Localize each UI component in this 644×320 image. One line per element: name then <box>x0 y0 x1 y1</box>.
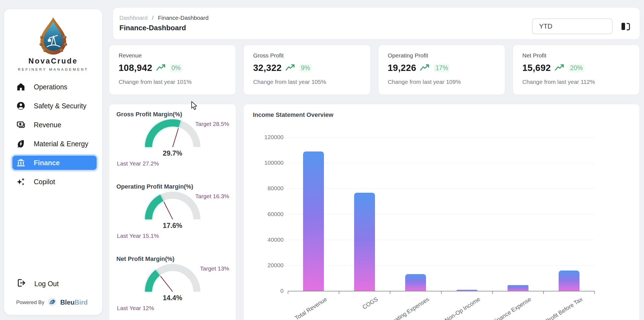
breadcrumb-current: Finance-Dashboard <box>158 15 208 21</box>
x-category-label: Net Profit Before Tax <box>536 296 584 320</box>
sidebar: NovaCrude REFINERY MANAGEMENT Operations… <box>4 9 102 315</box>
gridline <box>288 240 595 240</box>
gauge-needle <box>164 202 172 219</box>
kpi-trend-pct: 0% <box>170 64 182 72</box>
x-category-label: Finance Expense <box>492 296 533 320</box>
sidebar-item-label: Revenue <box>34 121 61 129</box>
sidebar-item-safety-security[interactable]: Safety & Security <box>12 99 97 113</box>
mouse-cursor <box>191 101 199 112</box>
sparkles-icon <box>16 177 26 187</box>
kpi-row: Revenue 108,942 0% Change from last year… <box>109 45 640 95</box>
gauge-operating-profit-margin: Operating Profit Margin(%) Target 16.3% … <box>109 179 236 248</box>
gauge-lastyear-label: Last Year 27.2% <box>117 160 159 167</box>
home-icon <box>16 82 26 92</box>
company-logo: NovaCrude REFINERY MANAGEMENT <box>4 9 102 71</box>
flip-compare-icon[interactable] <box>620 21 631 32</box>
kpi-label: Operating Profit <box>388 52 495 59</box>
gauge-value-label: 17.6% <box>109 222 236 230</box>
kpi-value: 19,226 <box>388 63 416 73</box>
x-tick <box>339 291 339 294</box>
gauge-gross-profit-margin: Gross Profit Margin(%) Target 28.5% 29.7… <box>109 106 236 176</box>
finance-dashboard-page: { "page": { "background": "#eff1f4" }, "… <box>0 0 644 320</box>
kpi-card-net-profit: Net Profit 15,692 20% Change from last y… <box>513 45 640 95</box>
kpi-card-gross-profit: Gross Profit 32,322 9% Change from last … <box>243 45 370 95</box>
y-tick-label: 100000 <box>252 159 284 166</box>
kpi-footnote: Change from last year 101% <box>119 79 226 85</box>
sidebar-item-operations[interactable]: Operations <box>12 80 97 94</box>
y-tick-label: 80000 <box>252 185 284 192</box>
kpi-value: 15,692 <box>522 63 551 73</box>
period-select[interactable]: YTD <box>532 18 613 34</box>
gauge-value-label: 14.4% <box>109 294 236 302</box>
sidebar-item-finance[interactable]: Finance <box>12 156 97 170</box>
y-tick-label: 60000 <box>252 211 284 217</box>
income-statement-panel: Income Statement Overview 02000040000600… <box>243 104 640 320</box>
breadcrumb-separator: / <box>152 15 154 21</box>
gauge-needle <box>160 276 172 292</box>
payments-icon <box>16 120 26 130</box>
trend-up-icon <box>555 64 565 72</box>
kpi-card-operating-profit: Operating Profit 19,226 17% Change from … <box>378 45 505 95</box>
kpi-label: Gross Profit <box>253 52 361 59</box>
gauge-value-arc <box>149 198 162 219</box>
x-tick <box>594 291 595 294</box>
y-tick-label: 20000 <box>252 262 284 269</box>
page-title: Finance-Dashboard <box>119 24 186 32</box>
logout-label: Log Out <box>34 280 59 288</box>
bar-finance-expense <box>508 285 528 291</box>
margin-gauges-panel: Gross Profit Margin(%) Target 28.5% 29.7… <box>109 104 236 320</box>
gauge-title: Net Profit Margin(%) <box>116 255 174 263</box>
gauge-needle <box>173 128 178 147</box>
person-circle-icon <box>16 101 26 111</box>
energy-leaf-icon <box>16 139 26 149</box>
x-category-label: Total Revenue <box>293 296 328 320</box>
sidebar-item-revenue[interactable]: Revenue <box>12 118 97 132</box>
gauge-value-arc <box>149 123 180 147</box>
bank-icon <box>16 158 26 168</box>
x-tick <box>441 291 442 294</box>
gridline <box>288 214 595 214</box>
kpi-footnote: Change from last year 112% <box>522 79 630 85</box>
kpi-label: Net Profit <box>522 52 630 59</box>
gridline <box>288 163 595 163</box>
gauge-title: Gross Profit Margin(%) <box>116 111 182 118</box>
sidebar-item-label: Material & Energy <box>34 140 88 148</box>
breadcrumb-dashboard-link[interactable]: Dashboard <box>119 15 148 21</box>
gridline <box>288 188 595 189</box>
sidebar-menu: Operations Safety & Security Revenue <box>4 80 102 189</box>
x-tick <box>390 291 390 294</box>
kpi-trend-pct: 20% <box>569 64 584 72</box>
income-statement-chart: 020000400006000080000100000120000Total R… <box>244 104 639 320</box>
sidebar-item-material-energy[interactable]: Material & Energy <box>12 137 97 151</box>
x-category-label: Operating Expenses <box>383 296 430 320</box>
gauge-dial <box>140 263 206 296</box>
gauge-dial <box>140 118 206 151</box>
y-tick-label: 40000 <box>252 236 284 243</box>
bleubird-logo-icon <box>47 297 57 308</box>
sidebar-item-label: Operations <box>34 83 67 91</box>
logout-button[interactable]: Log Out <box>16 278 59 289</box>
logout-icon <box>16 278 26 289</box>
period-select-value: YTD <box>539 23 552 30</box>
gauge-lastyear-label: Last Year 15.1% <box>117 233 159 239</box>
x-category-label: Non-Op Income <box>444 296 481 320</box>
kpi-footnote: Change from last year 105% <box>253 79 361 85</box>
sidebar-item-label: Copilot <box>34 178 55 186</box>
kpi-footnote: Change from last year 109% <box>388 79 495 85</box>
kpi-card-revenue: Revenue 108,942 0% Change from last year… <box>109 45 236 95</box>
y-tick-label: 120000 <box>252 134 284 140</box>
trend-up-icon <box>156 64 166 72</box>
header-card: Dashboard / Finance-Dashboard Finance-Da… <box>113 8 640 39</box>
kpi-value: 32,322 <box>253 63 282 73</box>
trend-up-icon <box>420 64 430 72</box>
kpi-value: 108,942 <box>119 63 152 73</box>
gauge-title: Operating Profit Margin(%) <box>116 183 193 190</box>
bar-operating-expenses <box>405 274 426 291</box>
sidebar-item-copilot[interactable]: Copilot <box>12 175 97 189</box>
powered-by-label: Powered By <box>16 299 44 305</box>
bar-total-revenue <box>303 151 324 291</box>
breadcrumb: Dashboard / Finance-Dashboard <box>119 15 209 21</box>
logo-title: NovaCrude <box>4 57 102 65</box>
x-tick <box>288 291 288 294</box>
bleubird-brand-name: BleuBird <box>60 299 88 306</box>
